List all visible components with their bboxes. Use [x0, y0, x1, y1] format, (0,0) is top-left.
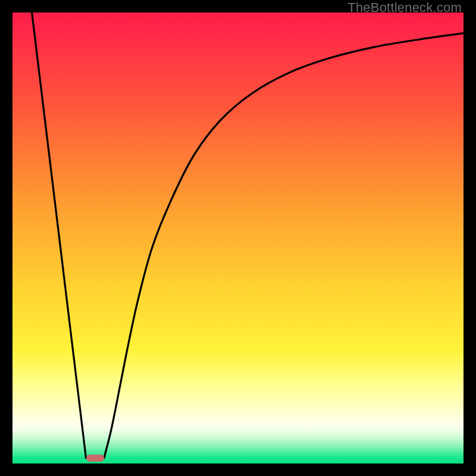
right-curve-path [104, 33, 464, 458]
watermark-text: TheBottleneck.com [347, 0, 462, 15]
chart-frame: TheBottleneck.com [0, 0, 476, 476]
left-line-path [32, 12, 86, 458]
chart-curves [12, 12, 464, 464]
optimal-point-marker [86, 455, 104, 462]
plot-area [12, 12, 464, 464]
